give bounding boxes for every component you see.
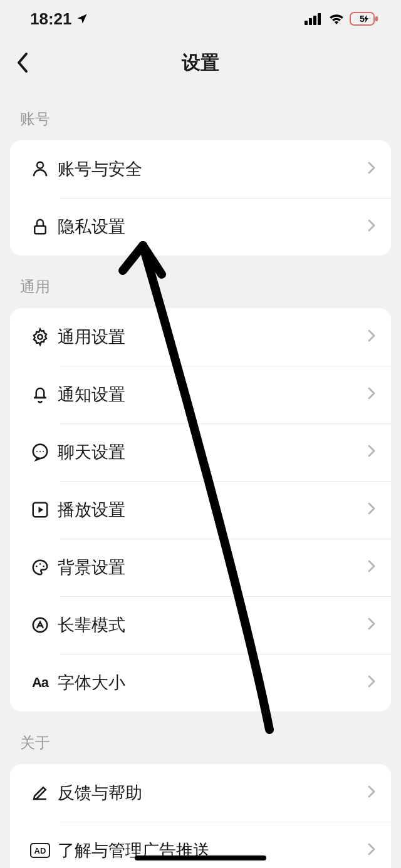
cellular-icon — [305, 13, 323, 25]
svg-text:5: 5 — [360, 14, 365, 24]
chevron-left-icon — [15, 51, 29, 74]
battery-icon: 5 — [350, 12, 378, 26]
row-label: 长辈模式 — [58, 614, 367, 636]
svg-rect-2 — [313, 16, 316, 25]
page-title: 设置 — [0, 50, 401, 76]
section-label-general: 通用 — [0, 256, 401, 308]
row-label: 背景设置 — [58, 556, 367, 579]
elder-icon — [23, 616, 58, 634]
row-playback[interactable]: 播放设置 — [10, 481, 391, 539]
location-icon — [76, 13, 88, 25]
chevron-right-icon — [367, 218, 376, 235]
row-feedback[interactable]: 反馈与帮助 — [10, 764, 391, 822]
row-chat[interactable]: 聊天设置 — [10, 423, 391, 481]
row-ads[interactable]: AD 了解与管理广告推送 — [10, 822, 391, 868]
svg-point-18 — [43, 566, 44, 567]
chevron-right-icon — [367, 160, 376, 178]
font-icon: Aa — [23, 674, 58, 691]
svg-rect-1 — [309, 18, 312, 25]
card-general: 通用设置 通知设置 聊天设置 播放设置 背景设置 长辈模式 — [10, 308, 391, 711]
svg-point-12 — [39, 451, 41, 452]
bell-icon — [23, 385, 58, 404]
row-label: 聊天设置 — [58, 441, 367, 463]
user-icon — [23, 160, 58, 178]
row-privacy[interactable]: 隐私设置 — [10, 198, 391, 256]
play-icon — [23, 500, 58, 519]
svg-marker-15 — [39, 507, 44, 513]
chevron-right-icon — [367, 328, 376, 346]
svg-point-17 — [39, 563, 41, 565]
chevron-right-icon — [367, 386, 376, 403]
row-elder-mode[interactable]: 长辈模式 — [10, 596, 391, 654]
svg-point-13 — [43, 451, 44, 452]
row-label: 账号与安全 — [58, 158, 367, 180]
card-account: 账号与安全 隐私设置 — [10, 140, 391, 256]
chevron-right-icon — [367, 501, 376, 519]
row-label: 隐私设置 — [58, 215, 367, 238]
row-general[interactable]: 通用设置 — [10, 308, 391, 366]
status-time: 18:21 — [30, 9, 72, 29]
svg-rect-3 — [318, 13, 321, 25]
svg-point-11 — [36, 451, 38, 452]
chevron-right-icon — [367, 674, 376, 691]
svg-rect-0 — [305, 21, 308, 25]
svg-point-9 — [38, 334, 43, 339]
row-account-security[interactable]: 账号与安全 — [10, 140, 391, 198]
row-font-size[interactable]: Aa 字体大小 — [10, 654, 391, 711]
svg-point-16 — [36, 566, 38, 567]
svg-text:AD: AD — [34, 846, 46, 855]
svg-rect-8 — [34, 226, 46, 234]
row-background[interactable]: 背景设置 — [10, 539, 391, 596]
row-label: 播放设置 — [58, 499, 367, 521]
row-label: 反馈与帮助 — [58, 782, 367, 804]
row-label: 通知设置 — [58, 383, 367, 406]
chevron-right-icon — [367, 842, 376, 859]
chevron-right-icon — [367, 616, 376, 634]
chevron-right-icon — [367, 443, 376, 461]
row-label: 字体大小 — [58, 671, 367, 694]
row-notification[interactable]: 通知设置 — [10, 366, 391, 423]
gear-icon — [23, 328, 58, 346]
section-label-account: 账号 — [0, 88, 401, 140]
row-label: 通用设置 — [58, 326, 367, 348]
ad-icon: AD — [23, 842, 58, 859]
svg-point-7 — [37, 162, 43, 168]
back-button[interactable] — [0, 38, 44, 88]
status-bar: 18:21 5 — [0, 0, 401, 38]
card-about: 反馈与帮助 AD 了解与管理广告推送 — [10, 764, 391, 868]
pencil-icon — [23, 783, 58, 802]
svg-rect-5 — [375, 16, 378, 21]
palette-icon — [23, 558, 58, 577]
wifi-icon — [328, 13, 345, 25]
home-indicator — [135, 855, 266, 860]
nav-header: 设置 — [0, 38, 401, 88]
chevron-right-icon — [367, 784, 376, 802]
chat-icon — [23, 443, 58, 462]
lock-icon — [23, 217, 58, 236]
chevron-right-icon — [367, 559, 376, 576]
section-label-about: 关于 — [0, 711, 401, 764]
